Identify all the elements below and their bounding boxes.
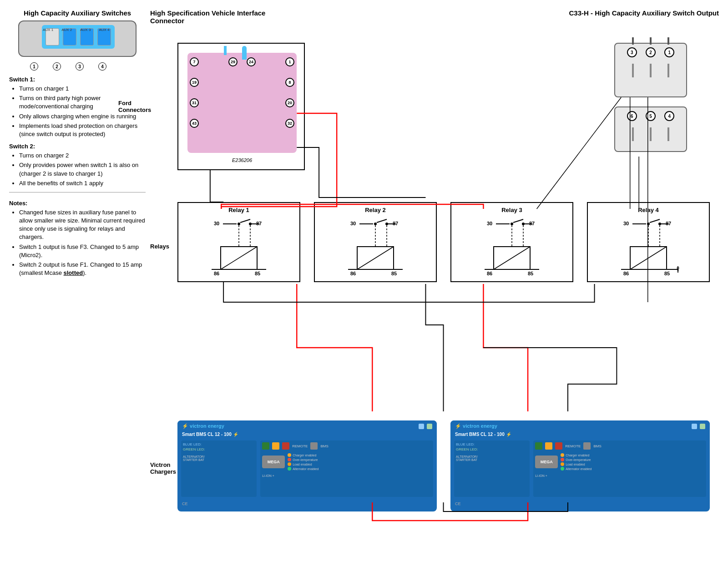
relay-2-box: Relay 2 30 87 86: [314, 202, 437, 282]
svg-point-5: [249, 223, 252, 225]
svg-line-18: [377, 219, 387, 223]
left-panel: High Capacity Auxiliary Switches AUX 1 A…: [9, 9, 150, 553]
pin-1: 1: [285, 57, 294, 66]
switch-num-4: 4: [98, 62, 106, 71]
svg-point-17: [374, 223, 377, 225]
pin-31: 31: [190, 98, 199, 107]
svg-text:86: 86: [487, 271, 492, 276]
svg-text:30: 30: [350, 221, 356, 226]
ford-connectors-label: FordConnectors: [118, 100, 151, 113]
c33h-pin-2: 2: [646, 47, 656, 57]
notes-bullet-1: Changed fuse sizes in auxiliary fuse pan…: [19, 208, 146, 242]
svg-point-2: [238, 223, 240, 225]
switch-num-2: 2: [53, 62, 61, 71]
relays-label: Relays: [150, 243, 169, 250]
switch-image: AUX 1 AUX 2 AUX 3 AUX 4: [18, 20, 136, 57]
switch-num-3: 3: [76, 62, 84, 71]
charger-2-model: Smart BMS CL 12 - 100 ⚡: [450, 432, 710, 437]
svg-point-50: [658, 223, 661, 225]
c33h-bottom-body: 6 5 4: [614, 106, 687, 152]
c33h-pin-4: 4: [664, 111, 674, 121]
charger-1-mega-fuse: MEGA: [262, 456, 285, 468]
relay-2-schematic: 30 87 86 85: [318, 217, 432, 276]
charger-2-body: BLUE LED: GREEN LED: ALTERNATOR/STARTER …: [450, 437, 710, 501]
c33h-pin-3: 3: [627, 47, 637, 57]
svg-text:30: 30: [214, 221, 219, 226]
svg-text:85: 85: [664, 271, 670, 276]
charger-2-right: REMOTE BMS MEGA Charger enabled: [533, 440, 706, 497]
switch2-bullet-1: Turns on charger 2: [19, 152, 146, 160]
charger-1-model: Smart BMS CL 12 - 100 ⚡: [177, 432, 437, 437]
ford-connector-box: 7 29 24 1 19 8 31 20 43 32 E236206: [177, 43, 305, 170]
charger-1-brand: ⚡ victron energy: [182, 423, 224, 429]
left-panel-title: High Capacity Auxiliary Switches: [9, 9, 146, 17]
chargers-row: ⚡ victron energy Smart BMS CL 12 - 100 ⚡…: [177, 420, 710, 511]
charger-2-ce: CE: [450, 501, 710, 507]
relay-3-title: Relay 3: [455, 207, 569, 213]
svg-line-48: [650, 219, 660, 223]
charger-1-left: BLUE LED: GREEN LED: ALTERNATOR/STARTER …: [181, 440, 257, 497]
charger-2-top: ⚡ victron energy: [450, 420, 710, 432]
c33h-pin-5: 5: [646, 111, 656, 121]
charger-2-remote: [555, 442, 562, 450]
charger-2-brand: ⚡ victron energy: [455, 423, 497, 429]
svg-text:30: 30: [487, 221, 492, 226]
charger-2-bms: [583, 442, 591, 450]
c33h-pin-1: 1: [664, 47, 674, 57]
charger-2-left: BLUE LED: GREEN LED: ALTERNATOR/STARTER …: [454, 440, 530, 497]
svg-text:87: 87: [256, 221, 262, 226]
relay-1-schematic: 30 87: [182, 217, 296, 276]
charger-1-box: ⚡ victron energy Smart BMS CL 12 - 100 ⚡…: [177, 420, 437, 511]
victron-chargers-label: VictronChargers: [150, 461, 176, 475]
svg-text:87: 87: [666, 221, 671, 226]
svg-line-33: [513, 219, 523, 223]
charger-1-bms: [310, 442, 318, 450]
right-panel: High Specification Vehicle InterfaceConn…: [150, 9, 719, 553]
relay-3-box: Relay 3 30 87 86: [450, 202, 573, 282]
charger-2-terminal-2: [545, 442, 552, 450]
notes-section: Notes: Changed fuse sizes in auxiliary f…: [9, 200, 146, 278]
charger-1-top: ⚡ victron energy: [177, 420, 437, 432]
svg-text:30: 30: [623, 221, 629, 226]
charger-1-right: REMOTE BMS MEGA Charger enabled: [260, 440, 433, 497]
relay-4-title: Relay 4: [592, 207, 705, 213]
top-titles: High Specification Vehicle InterfaceConn…: [150, 9, 719, 25]
svg-point-35: [522, 223, 525, 225]
notes-underline: slotted: [64, 269, 83, 276]
svg-text:86: 86: [214, 271, 219, 276]
svg-line-3: [240, 219, 250, 223]
pin-8: 8: [285, 78, 294, 87]
switch2-heading: Switch 2:: [9, 143, 146, 150]
charger-1-body: BLUE LED: GREEN LED: ALTERNATOR/STARTER …: [177, 437, 437, 501]
switch-num-1: 1: [30, 62, 38, 71]
charger-1-ce: CE: [177, 501, 437, 507]
pin-24: 24: [247, 57, 256, 66]
title-c33h: C33-H - High Capacity Auxiliary Switch O…: [569, 9, 719, 25]
relay-1-box: Relay 1 30 87: [177, 202, 300, 282]
c33h-top-body: 3 2 1: [614, 43, 687, 97]
pin-43: 43: [190, 119, 199, 128]
notes-bullet-2: Switch 1 output is fuse F3. Changed to 5…: [19, 243, 146, 259]
relay-2-title: Relay 2: [318, 207, 432, 213]
charger-1-remote: [282, 442, 289, 450]
svg-point-20: [385, 223, 388, 225]
switch1-heading: Switch 1:: [9, 76, 146, 83]
switch1-bullet-3: Only allows charging when engine is runn…: [19, 112, 146, 121]
switch2-bullet-2: Only provides power when switch 1 is als…: [19, 161, 146, 177]
svg-text:86: 86: [350, 271, 356, 276]
notes-bullet-3: Switch 2 output is fuse F1. Changed to 1…: [19, 261, 146, 277]
svg-text:85: 85: [255, 271, 260, 276]
charger-2-box: ⚡ victron energy Smart BMS CL 12 - 100 ⚡…: [450, 420, 710, 511]
switch1-bullet-1: Turns on charger 1: [19, 85, 146, 93]
svg-text:87: 87: [529, 221, 535, 226]
pin-32: 32: [285, 119, 294, 128]
relays-row: Relay 1 30 87: [177, 202, 710, 282]
svg-text:87: 87: [393, 221, 398, 226]
svg-point-47: [647, 223, 650, 225]
charger-2-terminal-1: [535, 442, 542, 450]
charger-1-terminal-2: [272, 442, 279, 450]
c33h-pin-6: 6: [627, 111, 637, 121]
relay-3-schematic: 30 87 86 85: [455, 217, 569, 276]
c33h-connector: 3 2 1 6 5 4: [605, 29, 696, 157]
title-vehicle-interface: High Specification Vehicle InterfaceConn…: [150, 9, 265, 25]
